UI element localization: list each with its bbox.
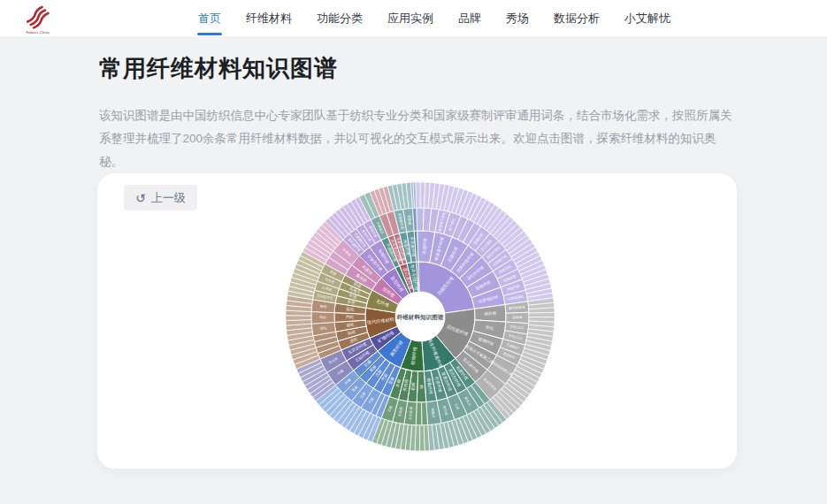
sunburst-segment[interactable] bbox=[529, 312, 555, 317]
logo-text: Fabrics China bbox=[26, 30, 50, 34]
sunburst-segment[interactable] bbox=[286, 316, 311, 321]
nav-item-0[interactable]: 首页 bbox=[196, 0, 223, 36]
knowledge-graph-card: ↺ 上一级 凉感纤维吸湿排汗涤纶速干锦纶吸湿速干纤维抗菌纤维防晒纤维抗UV涤纶抗… bbox=[97, 173, 737, 469]
top-navbar: Fabrics China 首页纤维材料功能分类应用实例品牌秀场数据分析小艾解忧 bbox=[0, 0, 827, 36]
main-menu: 首页纤维材料功能分类应用实例品牌秀场数据分析小艾解忧 bbox=[196, 0, 672, 36]
sunburst-segment[interactable] bbox=[420, 425, 425, 451]
page-title: 常用纤维材料知识图谱 bbox=[99, 53, 338, 84]
nav-item-3[interactable]: 应用实例 bbox=[386, 0, 435, 36]
sunburst-segment[interactable] bbox=[311, 311, 334, 324]
sunburst-chart[interactable]: 凉感纤维吸湿排汗涤纶速干锦纶吸湿速干纤维抗菌纤维防晒纤维抗UV涤纶抗紫外线纤维远… bbox=[97, 173, 737, 469]
sunburst-segment[interactable] bbox=[506, 312, 529, 323]
nav-item-2[interactable]: 功能分类 bbox=[315, 0, 364, 36]
back-arrow-icon: ↺ bbox=[135, 192, 146, 204]
back-button-label: 上一级 bbox=[151, 190, 186, 206]
nav-item-5[interactable]: 秀场 bbox=[504, 0, 531, 36]
nav-item-6[interactable]: 数据分析 bbox=[552, 0, 601, 36]
sunburst-center[interactable] bbox=[395, 292, 445, 341]
nav-item-7[interactable]: 小艾解忧 bbox=[623, 0, 672, 36]
page-description: 该知识图谱是由中国纺织信息中心专家团队基于纺织专业分类和国家级赛制评审通用词条，… bbox=[99, 104, 738, 173]
sunburst-segment[interactable] bbox=[417, 208, 425, 231]
nav-item-4[interactable]: 品牌 bbox=[456, 0, 483, 36]
nav-item-1[interactable]: 纤维材料 bbox=[244, 0, 294, 36]
fabrics-china-logo[interactable]: Fabrics China bbox=[14, 2, 65, 35]
back-up-level-button[interactable]: ↺ 上一级 bbox=[124, 185, 197, 210]
